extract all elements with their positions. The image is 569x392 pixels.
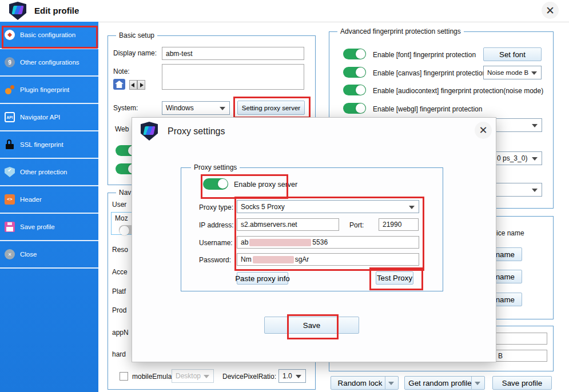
get-random-profile-label: Get random profile — [408, 379, 471, 387]
floppy-icon — [5, 222, 15, 232]
ip-address-input[interactable]: s2.abmservers.net — [237, 218, 339, 231]
username-suffix: 5536 — [312, 238, 328, 246]
modal-save-button[interactable]: Save — [264, 317, 359, 334]
sidebar-item-close[interactable]: Close — [0, 241, 98, 269]
resolution-label: Reso — [112, 246, 128, 254]
product-label: Prod — [112, 306, 126, 314]
audiocontext-protection-toggle[interactable] — [343, 85, 366, 95]
advanced-protection-legend: Advanced fingerprint protection settings — [337, 27, 464, 35]
modal-logo-stripes — [143, 126, 155, 135]
spinner-right-icon[interactable] — [137, 80, 145, 90]
appname-label: appN — [112, 329, 129, 337]
random-lock-button[interactable]: Random lock — [331, 376, 399, 390]
device-pixel-ratio-dropdown[interactable]: 1.0 — [278, 369, 306, 383]
modal-logo-icon — [141, 122, 158, 141]
sidebar-item-basic-configuration[interactable]: Basic configuration — [0, 22, 98, 49]
basic-setup-legend: Basic setup — [116, 31, 157, 39]
canvas-protection-toggle[interactable] — [343, 67, 366, 78]
save-profile-button[interactable]: Save profile — [492, 376, 552, 390]
home-icon[interactable] — [113, 79, 125, 90]
test-proxy-button[interactable]: Test Proxy — [376, 271, 413, 285]
note-label: Note: — [113, 67, 130, 75]
enable-proxy-label: Enable proxy server — [234, 181, 297, 189]
noise-mode-dropdown[interactable]: Noise mode B — [483, 66, 542, 79]
lock-icon — [5, 139, 15, 150]
header-code-icon — [5, 194, 15, 205]
username-label: Username: — [199, 239, 233, 247]
logo-stripes — [11, 6, 23, 14]
audiocontext-protection-label: Enable [audiocontext] fingerprint protec… — [373, 87, 543, 95]
api-badge-icon — [5, 112, 15, 122]
spinner-left-icon[interactable] — [129, 80, 137, 90]
proxy-type-label: Proxy type: — [199, 203, 233, 211]
setting-proxy-server-button[interactable]: Setting proxy server — [237, 101, 305, 115]
compass-icon — [5, 30, 15, 40]
get-random-profile-button[interactable]: Get random profile — [404, 376, 485, 390]
enable-proxy-toggle[interactable] — [203, 178, 228, 190]
sidebar-item-ssl-fingerprint[interactable]: SSL fingerprint — [0, 131, 98, 159]
password-prefix: Nm — [241, 255, 252, 263]
display-name-input[interactable]: abm-test — [162, 47, 304, 60]
mobile-emulation-checkbox[interactable] — [120, 372, 128, 381]
sidebar-item-navigator-api[interactable]: Navigator API — [0, 104, 98, 131]
webgl-protection-label: Enable [webgl] fingerprint protection — [373, 105, 482, 113]
random-lock-dropdown-icon[interactable] — [385, 377, 398, 389]
hardware-label: hard — [112, 350, 126, 358]
sidebar: Basic configuration Other configurations… — [0, 22, 98, 392]
password-label: Password: — [199, 256, 231, 264]
sidebar-item-other-protection[interactable]: Other protection — [0, 159, 98, 186]
password-suffix: sgAr — [295, 255, 309, 263]
device-name-label: ice name — [496, 229, 524, 237]
app-logo-icon — [9, 2, 26, 20]
canvas-protection-label: Enable [canvas] fingerprint protection — [373, 69, 486, 77]
sidebar-item-header[interactable]: Header — [0, 186, 98, 214]
window-title: Edit profile — [34, 0, 79, 22]
useragent-label: User — [112, 201, 126, 209]
proxy-settings-legend: Proxy settings — [191, 163, 240, 171]
port-label: Port: — [349, 221, 364, 229]
sidebar-item-save-profile[interactable]: Save profile — [0, 214, 98, 241]
display-name-label: Display name: — [113, 49, 157, 57]
mobile-emulation-dropdown[interactable]: Desktop — [172, 369, 214, 383]
password-input[interactable]: Nm sgAr — [237, 253, 419, 266]
system-dropdown[interactable]: Windows — [162, 101, 230, 115]
font-protection-toggle[interactable] — [343, 49, 366, 59]
accept-language-label: Acce — [112, 268, 128, 276]
username-prefix: ab — [241, 238, 248, 246]
random-lock-label: Random lock — [338, 379, 383, 387]
set-font-button[interactable]: Set font — [483, 47, 542, 61]
modal-close-icon[interactable]: ✕ — [475, 122, 492, 139]
username-input[interactable]: ab 5536 — [237, 236, 419, 249]
shield-icon — [5, 167, 15, 177]
note-textarea[interactable] — [162, 64, 304, 90]
sidebar-item-plugin-fingerprint[interactable]: Plugin fingerprint — [0, 77, 98, 104]
proxy-type-dropdown[interactable]: Socks 5 Proxy — [237, 200, 419, 213]
edit-profile-window: Edit profile ✕ Basic configuration Other… — [0, 0, 569, 392]
platform-label: Platf — [112, 287, 126, 295]
webrtc-label: Web — [115, 125, 129, 133]
username-redaction — [249, 239, 311, 246]
system-label: System: — [113, 104, 138, 112]
paste-proxy-info-button[interactable]: Paste proxy info — [237, 272, 288, 285]
password-redaction — [253, 256, 294, 263]
proxy-settings-modal: Proxy settings ✕ Proxy settings Enable p… — [132, 117, 496, 362]
device-pixel-ratio-label: DevicePixelRatio: — [222, 373, 276, 381]
close-circle-icon — [5, 249, 15, 259]
font-protection-label: Enable [font] fingerprint protection — [373, 51, 476, 59]
get-random-profile-dropdown-icon[interactable] — [471, 377, 484, 389]
webgl-protection-toggle[interactable] — [343, 103, 366, 114]
window-close-icon[interactable]: ✕ — [542, 2, 559, 19]
titlebar: Edit profile ✕ — [0, 0, 569, 22]
webgl-renderer-value: 0 ps_3_0) — [497, 154, 527, 162]
port-input[interactable]: 21990 — [379, 218, 419, 231]
plugin-gear-icon — [5, 85, 15, 95]
sidebar-item-other-configurations[interactable]: Other configurations — [0, 49, 98, 77]
ip-address-label: IP address: — [199, 221, 233, 229]
modal-title: Proxy settings — [168, 126, 225, 137]
nine-ball-icon — [5, 57, 15, 67]
